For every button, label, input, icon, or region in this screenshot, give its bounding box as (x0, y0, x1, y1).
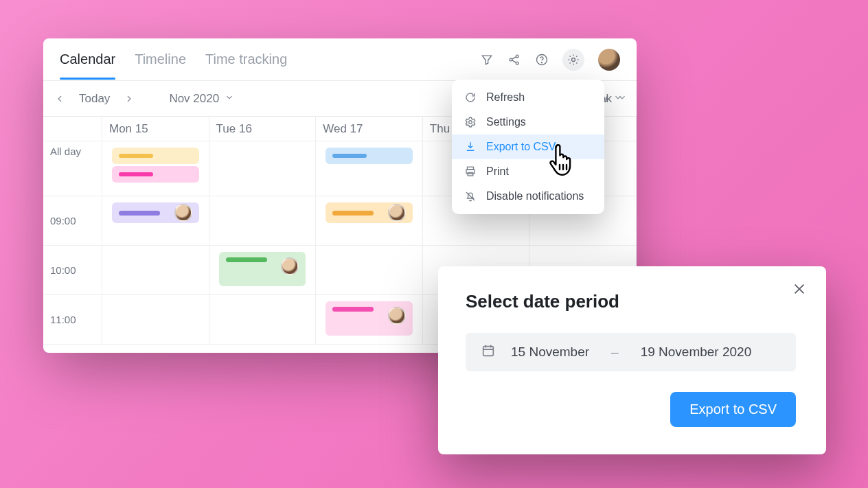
month-label: Nov 2020 (169, 92, 219, 106)
gear-icon[interactable] (562, 49, 584, 71)
menu-settings[interactable]: Settings (452, 110, 604, 135)
refresh-icon (464, 91, 477, 104)
slot-10-tue[interactable] (209, 246, 317, 295)
slot-09-mon[interactable] (102, 196, 209, 246)
day-header-mon: Mon 15 (102, 117, 209, 141)
event-avatar (388, 204, 406, 222)
tab-time-tracking[interactable]: Time tracking (205, 39, 287, 80)
modal-actions: Export to CSV (466, 392, 796, 427)
event-avatar (388, 307, 406, 325)
event-09-purple[interactable] (112, 202, 199, 223)
tabs: Calendar Timeline Time tracking (60, 39, 287, 80)
prev-icon[interactable] (53, 92, 67, 106)
allday-mon[interactable] (102, 141, 209, 196)
slot-10-mon[interactable] (102, 246, 209, 295)
today-button[interactable]: Today (79, 92, 110, 106)
menu-refresh-label: Refresh (486, 91, 525, 104)
download-icon (464, 141, 477, 153)
row-09-label: 09:00 (43, 196, 102, 246)
share-icon[interactable] (507, 53, 521, 67)
date-range-field[interactable]: 15 November – 19 November 2020 (466, 333, 796, 371)
event-avatar (174, 204, 192, 222)
date-from: 15 November (511, 345, 589, 360)
svg-point-1 (516, 55, 518, 58)
date-separator: – (611, 345, 619, 360)
tab-timeline[interactable]: Timeline (135, 39, 186, 80)
svg-point-6 (469, 121, 472, 124)
next-icon[interactable] (122, 92, 136, 106)
grid-corner (43, 117, 102, 141)
tabs-header: Calendar Timeline Time tracking (43, 38, 637, 81)
allday-tue[interactable] (209, 141, 317, 196)
menu-disable-notifs-label: Disable notifications (486, 190, 584, 202)
allday-wed[interactable] (316, 141, 423, 196)
slot-11-mon[interactable] (102, 295, 209, 345)
event-10-green[interactable] (219, 252, 306, 286)
tab-calendar[interactable]: Calendar (60, 39, 115, 80)
print-icon (464, 165, 477, 178)
menu-print-label: Print (486, 165, 509, 178)
slot-09-wed[interactable] (316, 196, 423, 246)
gear-icon (464, 116, 477, 128)
cursor-icon (547, 144, 577, 177)
svg-rect-10 (483, 346, 494, 356)
svg-point-4 (542, 62, 542, 62)
event-09-orange[interactable] (326, 202, 413, 223)
menu-settings-label: Settings (486, 116, 526, 128)
settings-menu: Refresh Settings Export to CSV Print Dis… (452, 80, 604, 214)
help-icon[interactable] (535, 53, 549, 67)
event-allday-magenta[interactable] (112, 166, 199, 183)
user-avatar[interactable] (598, 49, 620, 71)
menu-export-label: Export to CSV (486, 141, 556, 153)
filter-icon[interactable] (480, 53, 494, 67)
day-header-tue: Tue 16 (209, 117, 317, 141)
slot-11-wed[interactable] (316, 295, 423, 345)
menu-disable-notifications[interactable]: Disable notifications (452, 184, 604, 209)
slot-10-wed[interactable] (316, 246, 423, 295)
menu-refresh[interactable]: Refresh (452, 85, 604, 110)
menu-export-csv[interactable]: Export to CSV (452, 135, 604, 159)
svg-point-5 (572, 58, 575, 61)
svg-point-0 (510, 58, 512, 61)
close-icon[interactable] (792, 281, 811, 301)
calendar-icon (481, 343, 496, 362)
svg-point-2 (516, 62, 518, 65)
date-to: 19 November 2020 (641, 345, 752, 360)
menu-print[interactable]: Print (452, 159, 604, 184)
event-11-pink[interactable] (326, 301, 413, 336)
day-header-wed: Wed 17 (316, 117, 423, 141)
header-icons (480, 49, 620, 71)
row-11-label: 11:00 (43, 295, 102, 345)
svg-rect-9 (468, 173, 473, 176)
export-csv-button[interactable]: Export to CSV (670, 392, 796, 427)
event-allday-blue[interactable] (326, 148, 413, 164)
bell-off-icon (464, 190, 477, 202)
month-picker[interactable]: Nov 2020 (169, 92, 234, 106)
modal-title: Select date period (466, 291, 796, 312)
chevron-down-icon (225, 92, 234, 106)
chevron-down-icon (613, 92, 623, 106)
row-allday-label: All day (43, 141, 102, 196)
event-allday-yellow[interactable] (112, 148, 199, 164)
row-10-label: 10:00 (43, 246, 102, 295)
event-avatar (281, 257, 299, 275)
slot-09-tue[interactable] (209, 196, 317, 246)
slot-11-tue[interactable] (209, 295, 317, 345)
export-modal: Select date period 15 November – 19 Nove… (438, 266, 826, 454)
